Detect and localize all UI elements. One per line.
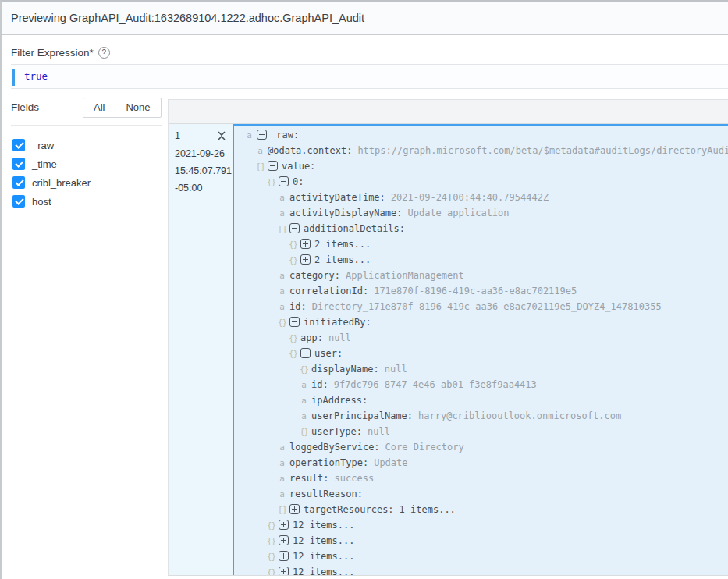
json-tree-line: {}12 items...	[239, 549, 728, 564]
json-tree-line: {}initiatedBy:	[239, 314, 728, 330]
collapse-toggle-icon[interactable]	[289, 223, 300, 233]
expand-toggle-icon[interactable]	[279, 535, 289, 545]
json-key: operationType:	[289, 457, 368, 468]
event-number-row: 1	[175, 129, 226, 143]
fields-select-button-group: All None	[83, 98, 162, 118]
json-key: initiatedBy:	[304, 317, 371, 328]
json-key: id:	[289, 301, 307, 312]
expand-toggle-icon[interactable]	[300, 254, 311, 265]
json-key: ipAddress:	[311, 395, 368, 406]
str-type-icon: a	[276, 440, 288, 456]
json-key: userType:	[311, 426, 362, 437]
obj-type-icon: {}	[265, 549, 277, 565]
json-tree-line: aactivityDateTime:2021-09-24T00:44:40.79…	[239, 190, 728, 205]
json-key: value:	[282, 161, 315, 172]
select-none-fields-button[interactable]: None	[115, 98, 161, 118]
events-table-bottom-edge	[168, 575, 728, 579]
str-type-icon: a	[298, 378, 310, 393]
json-key: user:	[314, 348, 343, 359]
collapsed-items-label: 2 items...	[314, 254, 371, 265]
obj-type-icon: {}	[298, 362, 310, 378]
json-key: correlationId:	[289, 286, 368, 297]
json-tree-line: aresultReason:	[239, 486, 728, 502]
timestamp-tz: -05:00	[175, 179, 226, 197]
json-tree-line: acorrelationId:171e870f-8196-419c-aa36-e…	[239, 283, 728, 299]
json-tree-line: []value:	[239, 158, 728, 174]
preview-dialog: Previewing GraphAPI_Audit:1632689104.122…	[0, 0, 728, 579]
json-value: harry@cribliooutlook.onmicrosoft.com	[418, 410, 621, 421]
json-key: result:	[289, 473, 329, 484]
expand-toggle-icon[interactable]	[289, 504, 300, 514]
json-value: Update	[374, 457, 407, 468]
filter-expression-input[interactable]: true	[11, 64, 728, 89]
collapse-toggle-icon[interactable]	[257, 130, 267, 140]
filter-expression-label: Filter Expression*	[11, 47, 94, 59]
json-tree-line: {}userType:null	[239, 424, 728, 439]
collapse-toggle-icon[interactable]	[279, 176, 289, 186]
str-type-icon: a	[276, 300, 288, 315]
str-type-icon: a	[276, 471, 288, 487]
json-tree-line: auserPrincipalName:harry@cribliooutlook.…	[239, 408, 728, 424]
obj-type-icon: {}	[265, 175, 277, 190]
field-row-_raw[interactable]: _raw	[12, 136, 161, 155]
json-value: Update application	[408, 208, 510, 218]
field-row-host[interactable]: host	[12, 192, 161, 211]
json-tree-line: {}displayName:null	[239, 361, 728, 377]
json-value: null	[368, 426, 390, 437]
json-value: success	[335, 473, 375, 484]
field-label: cribl_breaker	[32, 177, 91, 189]
editor-caret	[12, 69, 15, 86]
json-tree-line: {}0:	[239, 174, 728, 190]
json-tree-line: []targetResources:1 items...	[239, 502, 728, 517]
checkbox-checked-icon	[12, 139, 25, 151]
timestamp-time: 15:45:07.791	[175, 162, 226, 179]
arr-type-icon: []	[254, 159, 266, 175]
expand-toggle-icon[interactable]	[279, 551, 289, 561]
dialog-header: Previewing GraphAPI_Audit:1632689104.122…	[2, 2, 728, 35]
filter-expression-label-row: Filter Expression* ?	[11, 47, 110, 59]
event-row: 1 2021-09-26 15:45:07.791 -05:00 a_raw:a…	[169, 124, 728, 577]
json-value: Core Directory	[385, 442, 464, 453]
collapse-toggle-icon[interactable]	[289, 317, 300, 327]
json-key: _raw:	[271, 130, 299, 140]
help-question-icon[interactable]: ?	[98, 47, 110, 59]
expand-toggle-icon[interactable]	[300, 239, 311, 249]
events-table-header	[169, 100, 728, 124]
json-value: 1 items...	[400, 504, 456, 515]
json-tree-line: {}2 items...	[239, 236, 728, 252]
checkbox-checked-icon	[12, 176, 25, 189]
field-row-_time[interactable]: _time	[12, 155, 161, 173]
str-type-icon: a	[298, 393, 310, 409]
collapse-event-icon[interactable]	[217, 130, 226, 142]
json-value: null	[385, 364, 407, 375]
event-json-viewer[interactable]: a_raw:a@odata.context:https://graph.micr…	[233, 124, 728, 577]
obj-type-icon: {}	[298, 424, 310, 440]
str-type-icon: a	[276, 190, 288, 206]
str-type-icon: a	[298, 409, 310, 424]
json-value: 171e870f-8196-419c-aa36-e8ac702119e5	[374, 286, 577, 297]
json-tree-line: []additionalDetails:	[239, 221, 728, 236]
field-row-cribl_breaker[interactable]: cribl_breaker	[12, 173, 161, 192]
events-table: 1 2021-09-26 15:45:07.791 -05:00 a_raw:a…	[168, 99, 728, 579]
json-key: displayName:	[311, 364, 379, 375]
json-tree-line: aid:Directory_171e870f-8196-419c-aa36-e8…	[239, 299, 728, 314]
fields-panel-title: Fields	[11, 98, 39, 118]
arr-type-icon: []	[276, 503, 288, 518]
json-tree-line: aloggedByService:Core Directory	[239, 439, 728, 455]
json-key: activityDisplayName:	[289, 208, 403, 218]
collapse-toggle-icon[interactable]	[300, 348, 311, 358]
obj-type-icon: {}	[276, 315, 288, 331]
collapse-toggle-icon[interactable]	[268, 161, 278, 171]
checkbox-checked-icon	[12, 158, 25, 170]
json-value: ApplicationManagement	[346, 270, 464, 281]
filter-expression-value: true	[11, 65, 728, 88]
str-type-icon: a	[243, 128, 255, 144]
json-key: targetResources:	[304, 504, 394, 515]
select-all-fields-button[interactable]: All	[83, 98, 115, 118]
collapsed-items-label: 12 items...	[293, 520, 354, 531]
str-type-icon: a	[276, 487, 288, 503]
obj-type-icon: {}	[287, 237, 299, 253]
json-tree-line: aid:9f7dc796-8747-4e46-ab01-f3e8f9aa4413	[239, 377, 728, 393]
expand-toggle-icon[interactable]	[279, 520, 289, 530]
fields-list: _raw_timecribl_breakerhost	[12, 136, 161, 211]
